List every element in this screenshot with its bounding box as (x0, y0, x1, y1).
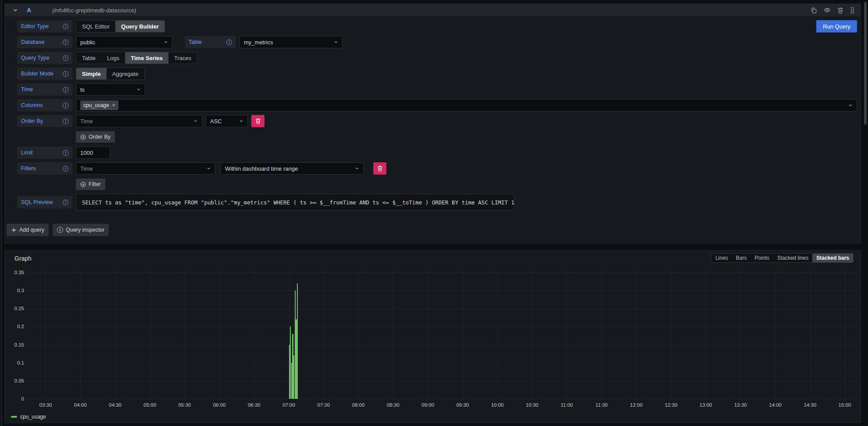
vertical-scrollbar[interactable] (864, 2, 867, 125)
collapse-query-icon[interactable] (13, 7, 18, 13)
limit-label: Limit (17, 147, 72, 159)
hide-response-eye-icon[interactable] (824, 7, 831, 14)
drag-handle-icon[interactable] (850, 7, 854, 14)
row-filters: Filters Time Within dashboard time range (17, 162, 857, 175)
info-icon[interactable] (63, 71, 68, 77)
info-icon[interactable] (63, 103, 68, 108)
draw-mode-option-stacked-lines[interactable]: Stacked lines (773, 254, 812, 262)
database-value: public (80, 39, 95, 46)
query-footer: Add query Query inspector (7, 224, 109, 236)
x-gridline (775, 272, 776, 399)
draw-mode-option-bars[interactable]: Bars (732, 254, 751, 262)
run-query-button[interactable]: Run Query (816, 20, 857, 32)
query-type-option-time-series[interactable]: Time Series (125, 52, 168, 64)
x-gridline (428, 272, 428, 399)
x-axis-tick-label: 11:30 (596, 402, 608, 408)
label-text: Time (21, 86, 33, 93)
x-axis-tick-label: 15:00 (839, 402, 851, 408)
x-axis-tick-label: 04:00 (74, 402, 87, 408)
add-query-button[interactable]: Add query (7, 224, 49, 236)
info-icon[interactable] (63, 24, 68, 29)
builder-mode-option-aggregate[interactable]: Aggregate (107, 68, 144, 79)
y-axis-tick-label: 0.2 (5, 324, 24, 329)
x-axis-tick-label: 07:00 (282, 402, 295, 408)
info-icon[interactable] (226, 39, 232, 45)
legend-item-cpu-usage[interactable]: cpu_usage (11, 414, 46, 420)
label-text: Order By (21, 118, 43, 124)
trash-icon (377, 165, 383, 172)
remove-tag-icon[interactable]: × (112, 102, 115, 108)
y-axis-tick-label: 0.35 (5, 270, 24, 275)
remove-order-by-button[interactable] (251, 115, 264, 127)
chevron-down-icon (848, 103, 853, 107)
duplicate-query-icon[interactable] (811, 7, 817, 14)
database-label: Database (17, 36, 72, 48)
draw-mode-option-stacked-bars[interactable]: Stacked bars (812, 254, 853, 262)
order-by-field-select[interactable]: Time (76, 115, 202, 127)
draw-mode-option-lines[interactable]: Lines (711, 254, 732, 262)
x-gridline (671, 272, 672, 399)
columns-multiselect[interactable]: cpu_usage × (76, 99, 857, 111)
x-axis-tick-label: 12:30 (665, 402, 678, 408)
time-column-select[interactable]: ts (76, 83, 145, 96)
label-text: Table (189, 39, 202, 45)
datasource-name: (info8fcc-greptimedb-datasource) (52, 7, 136, 14)
info-icon[interactable] (63, 166, 68, 172)
x-gridline (497, 272, 498, 399)
order-by-direction-select[interactable]: ASC (206, 115, 248, 127)
limit-input[interactable] (76, 147, 110, 159)
query-header: A (info8fcc-greptimedb-datasource) (5, 4, 861, 16)
y-gridline (27, 326, 858, 327)
x-axis-tick-label: 13:00 (700, 402, 712, 408)
query-type-option-table[interactable]: Table (76, 52, 101, 64)
info-icon[interactable] (63, 150, 68, 156)
table-select[interactable]: my_metrics (239, 36, 343, 48)
legend-color-swatch (11, 416, 17, 418)
y-axis-tick-label: 0 (5, 396, 24, 401)
draw-mode-option-points[interactable]: Points (751, 254, 773, 262)
filter-field-select[interactable]: Time (76, 162, 215, 175)
x-gridline (80, 272, 81, 399)
y-gridline (27, 399, 858, 399)
columns-label: Columns (17, 99, 72, 111)
x-axis-tick-label: 07:30 (317, 402, 330, 408)
database-select[interactable]: public (76, 36, 172, 48)
x-gridline (150, 272, 150, 399)
table-label: Table (185, 36, 236, 48)
info-icon[interactable] (63, 39, 68, 45)
query-type-label: Query Type (17, 52, 72, 64)
query-inspector-button[interactable]: Query inspector (53, 224, 109, 236)
add-order-by-button[interactable]: Order By (76, 131, 115, 143)
add-filter-button[interactable]: Filter (76, 179, 105, 190)
y-gridline (27, 363, 858, 363)
query-type-option-logs[interactable]: Logs (101, 52, 125, 64)
add-filter-label: Filter (89, 181, 101, 187)
x-axis-tick-label: 14:30 (804, 402, 816, 408)
builder-mode-option-simple[interactable]: Simple (76, 68, 107, 79)
editor-type-option-sql-editor[interactable]: SQL Editor (76, 21, 115, 32)
info-icon[interactable] (63, 87, 68, 93)
remove-query-trash-icon[interactable] (837, 7, 843, 14)
row-limit: Limit (17, 147, 857, 159)
info-icon[interactable] (63, 55, 68, 61)
y-axis-tick-label: 0.05 (5, 378, 24, 383)
x-axis-tick-label: 04:30 (109, 402, 121, 408)
label-text: Builder Mode (21, 71, 54, 77)
y-axis-tick-label: 0.15 (5, 342, 24, 347)
chevron-down-icon (203, 166, 211, 171)
chevron-down-icon (330, 40, 338, 44)
filter-condition-select[interactable]: Within dashboard time range (221, 162, 364, 175)
remove-filter-button[interactable] (373, 162, 386, 175)
query-editor-panel: A (info8fcc-greptimedb-datasource) (4, 4, 861, 243)
info-icon[interactable] (63, 118, 68, 124)
x-axis-tick-label: 06:00 (213, 402, 226, 408)
chevron-down-icon (190, 119, 198, 123)
query-ref-id[interactable]: A (27, 7, 31, 14)
info-icon[interactable] (63, 200, 68, 205)
x-gridline (393, 272, 393, 399)
editor-type-option-query-builder[interactable]: Query Builder (115, 21, 164, 32)
query-type-option-traces[interactable]: Traces (168, 52, 197, 64)
y-gridline (27, 381, 858, 381)
x-gridline (532, 272, 532, 399)
x-axis-tick-label: 10:00 (491, 402, 504, 408)
